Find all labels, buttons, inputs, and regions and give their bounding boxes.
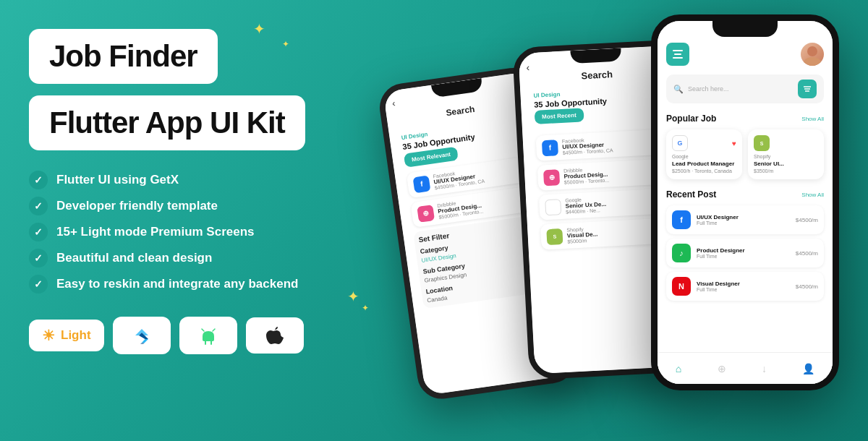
fb-logo-back: f — [412, 175, 430, 193]
recent-spotify-salary: $4500/m — [796, 250, 818, 257]
svg-marker-3 — [140, 343, 145, 344]
popular-jobs-row: G ♥ Google Lead Product Manager $2500/h … — [666, 129, 824, 179]
feature-3: 15+ Light mode Premium Screens — [29, 223, 405, 241]
user-avatar[interactable] — [801, 43, 824, 66]
shopify-company: Shopify — [754, 154, 818, 159]
recent-fb-salary: $4500/m — [796, 217, 818, 223]
recent-post-spotify[interactable]: ♪ Product Designer Full Time $4500/m — [666, 239, 824, 267]
check-icon-5 — [29, 275, 48, 294]
recent-netflix-salary: $4500/m — [796, 283, 818, 290]
check-icon-1 — [29, 171, 48, 189]
mid-filter-btn[interactable]: Most Recent — [535, 108, 584, 124]
filter-button[interactable] — [798, 80, 817, 98]
popular-job-shopify[interactable]: S Shopify Senior UI... $3500/m — [748, 129, 824, 179]
phones-section: ‹ Search UI Design 35 Job Opportunity Mo… — [391, 0, 868, 441]
svg-marker-2 — [142, 339, 148, 343]
recent-fb-info: UI/UX Designer Full Time — [697, 214, 790, 226]
mid-job-2-info: Dribbble Product Desig... $5000/m · Toro… — [563, 163, 661, 185]
recent-spotify-info: Product Designer Full Time — [697, 247, 790, 259]
search-icon: 🔍 — [673, 85, 684, 94]
popular-job-google[interactable]: G ♥ Google Lead Product Manager $2500/h … — [666, 129, 742, 179]
google-salary: $2500/h · Toronto, Canada — [672, 168, 736, 174]
feature-1: Flutter UI using GetX — [29, 171, 405, 189]
home-icon: ⌂ — [676, 363, 681, 374]
nav-home[interactable]: ⌂ — [676, 363, 681, 374]
shopify-salary: $3500/m — [754, 168, 818, 174]
mid-job-1: f Facebook UI/UX Designer $4500/m · Toro… — [536, 129, 666, 160]
flutter-icon — [130, 324, 153, 347]
heart-icon-filled: ♥ — [732, 140, 736, 147]
netflix-logo-recent: N — [672, 277, 691, 296]
feature-5: Easy to reskin and integrate any backend — [29, 275, 405, 294]
back-btn-mid: ‹ — [526, 61, 530, 73]
features-list: Flutter UI using GetX Developer friendly… — [29, 171, 405, 294]
check-icon-3 — [29, 223, 48, 241]
svg-line-9 — [213, 329, 215, 331]
shopify-logo-mid: S — [546, 228, 563, 245]
dribbble-logo-mid: ⊕ — [543, 169, 560, 186]
title-box-2: Flutter App UI Kit — [29, 95, 305, 150]
recent-post-netflix[interactable]: N Visual Designer Full Time $4500/m — [666, 272, 824, 301]
mid-job-3-info: Google Senior Ux De... $4400/m · Ne... — [565, 193, 663, 215]
check-icon-2 — [29, 197, 48, 215]
svg-line-8 — [202, 329, 204, 331]
nav-search[interactable]: ⊕ — [718, 363, 726, 374]
badge-row: ☀ Light — [29, 317, 405, 354]
spotify-logo-recent: ♪ — [672, 244, 691, 262]
download-icon: ↓ — [762, 363, 767, 374]
apple-icon — [265, 325, 285, 346]
mid-job-4-info: Shopify Visual De... $5000/m — [566, 223, 664, 244]
search-nav-icon: ⊕ — [718, 363, 726, 374]
shopify-logo-front: S — [754, 135, 770, 151]
nav-profile[interactable]: 👤 — [802, 363, 814, 374]
menu-button[interactable] — [666, 43, 689, 66]
pjc-top-google: G ♥ — [672, 135, 736, 151]
popular-jobs-title: Popular Job — [666, 114, 716, 124]
bottom-nav: ⌂ ⊕ ↓ 👤 — [658, 352, 833, 384]
menu-line-3 — [673, 57, 683, 59]
phone-front: 🔍 Search here... Popular Job Show All — [651, 14, 839, 390]
menu-line-2 — [674, 53, 681, 55]
search-bar[interactable]: 🔍 Search here... — [666, 74, 824, 103]
google-logo-mid: G — [545, 199, 561, 215]
title-2: Flutter App UI Kit — [49, 106, 285, 140]
nav-download[interactable]: ↓ — [762, 363, 767, 374]
feature-4: Beautiful and clean design — [29, 249, 405, 267]
menu-line-1 — [673, 50, 683, 51]
pjc-top-shopify: S — [754, 135, 818, 151]
back-btn-back: ‹ — [391, 98, 396, 108]
feature-2: Developer friendly template — [29, 197, 405, 215]
recent-post-fb[interactable]: f UI/UX Designer Full Time $4500/m — [666, 205, 824, 234]
popular-show-all[interactable]: Show All — [801, 116, 824, 122]
badge-light[interactable]: ☀ Light — [29, 320, 104, 351]
recent-posts-header: Recent Post Show All — [666, 189, 824, 200]
mid-job-2: ⊕ Dribbble Product Desig... $5000/m · To… — [537, 158, 668, 190]
recent-posts-title: Recent Post — [666, 189, 716, 200]
phone-front-notch — [712, 21, 778, 37]
google-job-title: Lead Product Manager — [672, 160, 736, 167]
filter-icon — [803, 85, 812, 93]
back-job-2-info: Dribbble Product Desig... $5000/m · Toro… — [437, 190, 531, 220]
badge-flutter[interactable] — [113, 317, 171, 354]
mid-job-1-info: Facebook UI/UX Designer $4500/m · Toront… — [562, 134, 660, 155]
recent-show-all[interactable]: Show All — [801, 192, 824, 198]
phone-front-screen: 🔍 Search here... Popular Job Show All — [658, 21, 833, 384]
fb-logo-recent: f — [672, 210, 691, 229]
recent-netflix-info: Visual Designer Full Time — [697, 281, 790, 292]
shopify-job-title: Senior UI... — [754, 160, 818, 167]
badge-android[interactable] — [179, 317, 237, 354]
google-company: Google — [672, 154, 736, 159]
badge-apple[interactable] — [246, 317, 304, 354]
front-top-bar — [666, 43, 824, 66]
mid-screen-title: Search — [527, 66, 668, 84]
sun-icon: ☀ — [42, 327, 55, 344]
title-box-1: Job Finder — [29, 29, 218, 84]
check-icon-4 — [29, 249, 48, 267]
android-icon — [197, 324, 220, 347]
popular-jobs-header: Popular Job Show All — [666, 114, 824, 124]
back-job-1-info: Facebook UI/UX Designer $4500/m · Toront… — [433, 161, 527, 191]
left-section: Job Finder Flutter App UI Kit Flutter UI… — [29, 29, 405, 354]
svg-point-10 — [807, 46, 817, 56]
search-placeholder: Search here... — [688, 85, 793, 93]
avatar-image — [801, 43, 824, 66]
